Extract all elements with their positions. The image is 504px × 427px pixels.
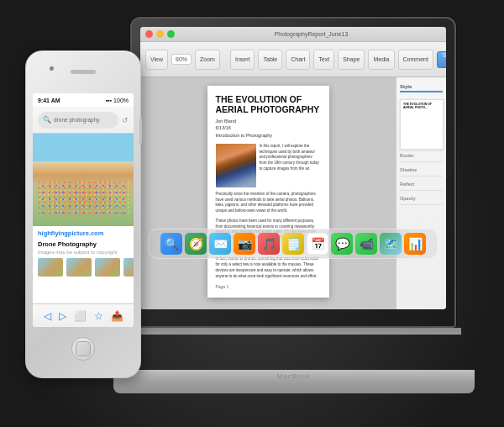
macbook-screen-content: PhotographyReport_June13 View 80% Zoom I… xyxy=(140,27,446,309)
tabs-icon[interactable]: 📤 xyxy=(111,310,123,322)
shape-button[interactable]: Shape xyxy=(338,50,365,70)
result-thumb-4 xyxy=(123,258,134,277)
beach-people xyxy=(37,180,129,214)
reflect-section[interactable]: Reflect xyxy=(400,182,443,191)
battery-icon: 100% xyxy=(113,98,129,103)
dock-photos-icon[interactable]: 📷 xyxy=(234,233,255,255)
result-thumb-2 xyxy=(66,258,92,277)
minimize-button[interactable] xyxy=(156,30,164,38)
document-author: Jon Bland 6/13/16 Introduction to Photog… xyxy=(216,118,321,139)
result-url: highflyingpicture.com xyxy=(33,226,134,239)
fullscreen-button[interactable] xyxy=(167,30,175,38)
forward-icon[interactable]: ▷ xyxy=(59,310,66,322)
dock-icons-row: 🔍 🧭 ✉️ 📷 🎵 🗒️ 📅 💬 📹 🗺️ 📊 xyxy=(160,233,426,255)
drone-photo xyxy=(33,134,134,226)
table-button[interactable]: Table xyxy=(258,50,282,70)
iphone-screen: 9:41 AM ▪▪▪ 100% 🔍 drone photography ↺ xyxy=(33,93,134,327)
search-icon: 🔍 xyxy=(43,116,51,124)
share-button[interactable]: Share xyxy=(437,51,446,68)
zoom-button[interactable]: Zoom xyxy=(195,50,220,70)
status-icons: ▪▪▪ 100% xyxy=(106,98,129,103)
text-button[interactable]: Text xyxy=(313,50,334,70)
aerial-photo xyxy=(216,144,256,187)
macbook-hinge xyxy=(127,328,461,335)
style-thumbnail: THE EVOLUTION OF AERIAL PHOTO... xyxy=(400,99,444,150)
pages-body: THE EVOLUTION OF AERIAL PHOTOGRAPHY Jon … xyxy=(140,77,446,309)
iphone-screen-content: 9:41 AM ▪▪▪ 100% 🔍 drone photography ↺ xyxy=(33,93,134,327)
iphone-speaker xyxy=(71,70,96,74)
iphone-navbar: 🔍 drone photography ↺ xyxy=(33,107,134,134)
document-text-column: In this report, I will explore the techn… xyxy=(260,144,321,187)
shadow-section[interactable]: Shadow xyxy=(400,167,443,177)
iphone-home-button[interactable] xyxy=(71,337,95,361)
iphone-bottom-bar: ◁ ▷ ⬜ ☆ 📤 xyxy=(33,303,134,327)
bookmark-icon[interactable]: ☆ xyxy=(94,310,103,322)
comment-button[interactable]: Comment xyxy=(398,50,433,70)
status-time: 9:41 AM xyxy=(38,98,60,103)
right-panel: Style THE EVOLUTION OF AERIAL PHOTO... B… xyxy=(396,77,446,309)
dock-calendar-icon[interactable]: 📅 xyxy=(307,233,328,255)
media-button[interactable]: Media xyxy=(368,50,394,70)
toolbar-right: Share xyxy=(437,51,446,68)
result-thumbnail-row xyxy=(33,255,134,280)
dock-bar-chart-icon[interactable]: 📊 xyxy=(404,233,426,255)
dock-music-icon[interactable]: 🎵 xyxy=(258,233,280,255)
window-titlebar: PhotographyReport_June13 xyxy=(140,27,446,42)
traffic-lights xyxy=(145,30,175,38)
signal-icon: ▪▪▪ xyxy=(106,98,112,103)
macbook-screen-bezel: PhotographyReport_June13 View 80% Zoom I… xyxy=(140,27,446,309)
dock-safari-icon[interactable]: 🧭 xyxy=(185,233,207,255)
back-icon[interactable]: ◁ xyxy=(44,310,51,322)
macbook-base: MacBook xyxy=(113,370,475,393)
dock-finder-icon[interactable]: 🔍 xyxy=(160,233,182,255)
dock-messages-icon[interactable]: 💬 xyxy=(331,233,353,255)
zoom-display[interactable]: 80% xyxy=(171,54,192,65)
view-button[interactable]: View xyxy=(145,50,168,70)
iphone-search-bar[interactable]: 🔍 drone photography xyxy=(38,112,118,129)
close-button[interactable] xyxy=(145,30,153,38)
dock-notes-icon[interactable]: 🗒️ xyxy=(282,233,304,255)
home-button-inner xyxy=(76,341,91,356)
thumbnail-content: THE EVOLUTION OF AERIAL PHOTO... xyxy=(401,100,443,112)
document-page: THE EVOLUTION OF AERIAL PHOTOGRAPHY Jon … xyxy=(207,86,329,298)
iphone-camera xyxy=(50,66,54,71)
document-page-number: Page 1 xyxy=(216,284,321,289)
border-section[interactable]: Border xyxy=(400,153,443,162)
macos-dock: 🔍 🧭 ✉️ 📷 🎵 🗒️ 📅 💬 📹 🗺️ 📊 xyxy=(149,229,438,259)
iphone-body: 9:41 AM ▪▪▪ 100% 🔍 drone photography ↺ xyxy=(25,50,141,378)
dock-maps-icon[interactable]: 🗺️ xyxy=(380,233,402,255)
style-tab[interactable]: Style xyxy=(400,82,443,92)
result-title[interactable]: Drone Photography xyxy=(33,239,134,250)
pages-toolbar: View 80% Zoom Insert Table Chart Text Sh… xyxy=(140,42,446,77)
reload-icon[interactable]: ↺ xyxy=(122,116,129,124)
iphone-sleep-button[interactable] xyxy=(139,119,142,144)
document-content-row: In this report, I will explore the techn… xyxy=(216,144,321,187)
document-aerial-image xyxy=(216,144,256,187)
iphone-statusbar: 9:41 AM ▪▪▪ 100% xyxy=(33,93,134,107)
document-title: THE EVOLUTION OF AERIAL PHOTOGRAPHY xyxy=(216,94,321,114)
macbook-brand-label: MacBook xyxy=(277,372,311,380)
search-query: drone photography xyxy=(54,117,100,123)
macbook: PhotographyReport_June13 View 80% Zoom I… xyxy=(130,17,458,403)
macbook-screen-outer: PhotographyReport_June13 View 80% Zoom I… xyxy=(130,17,456,328)
result-thumb-3 xyxy=(95,258,120,277)
result-thumb-1 xyxy=(38,258,63,277)
insert-button[interactable]: Insert xyxy=(230,50,255,70)
chart-button[interactable]: Chart xyxy=(286,50,310,70)
window-title: PhotographyReport_June13 xyxy=(275,31,349,37)
opacity-section[interactable]: Opacity xyxy=(400,196,443,205)
document-area: THE EVOLUTION OF AERIAL PHOTOGRAPHY Jon … xyxy=(140,77,396,309)
dock-mail-icon[interactable]: ✉️ xyxy=(209,233,231,255)
document-body-4: In fact, thanks to drones, something tha… xyxy=(216,256,321,279)
share-icon[interactable]: ⬜ xyxy=(74,310,87,322)
iphone: 9:41 AM ▪▪▪ 100% 🔍 drone photography ↺ xyxy=(25,50,141,378)
dock-facetime-icon[interactable]: 📹 xyxy=(355,233,377,255)
document-body-2: Practically since the invention of the c… xyxy=(216,192,321,214)
